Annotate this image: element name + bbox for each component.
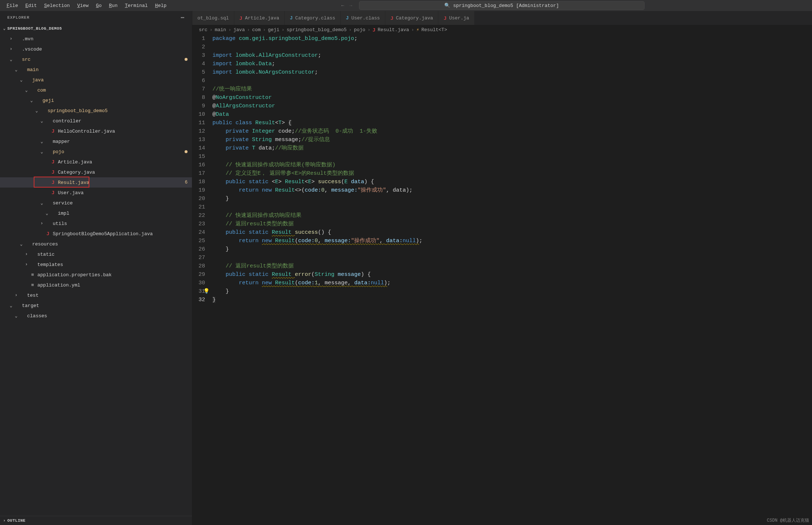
forward-icon[interactable]: → [349,3,352,8]
tree-item-static[interactable]: ›static [0,249,192,259]
main: EXPLORER ⋯ ⌄ SPRINGBOOT_BLOG_DEMO5 ›.mvn… [0,11,812,525]
breadcrumb-segment[interactable]: com [252,27,260,33]
menu-selection[interactable]: Selection [40,3,73,8]
code-line[interactable]: } [212,296,812,304]
code-line[interactable]: // 定义泛型E， 返回带参<E>的Result类型的数据 [212,169,812,178]
chevron-right-icon: › [411,27,414,33]
lightbulb-icon[interactable]: 💡 [203,287,210,296]
tree-item-hellocontroller-java[interactable]: JHelloController.java [0,126,192,136]
tree-item-src[interactable]: ⌄src [0,54,192,64]
editor-tabs: ot_blog.sqlJArticle.javaJCategory.classJ… [192,11,812,25]
tree-item-target[interactable]: ⌄target [0,300,192,311]
code-line[interactable]: import lombok.Data; [212,60,812,68]
code-line[interactable]: } [212,195,812,203]
tree-item-application-properties-bak[interactable]: ≡application.properties.bak [0,270,192,280]
project-section-header[interactable]: ⌄ SPRINGBOOT_BLOG_DEMO5 [0,24,192,33]
code-line[interactable]: import lombok.AllArgsConstructor; [212,51,812,60]
tab-category-java[interactable]: JCategory.java [385,11,438,25]
code-editor[interactable]: 1234567891011121314151617181920212223242… [192,34,812,525]
breadcrumb-segment[interactable]: src [199,27,207,33]
tree-item-controller[interactable]: ⌄controller [0,116,192,126]
code-line[interactable]: } [212,245,812,254]
tree-item-article-java[interactable]: JArticle.java [0,157,192,167]
code-line[interactable]: @AllArgsConstructor [212,102,812,110]
breadcrumb-segment[interactable]: geji [268,27,279,33]
code-line[interactable]: @Data [212,110,812,119]
code-line[interactable]: return new Result<>(code:0, message:"操作成… [212,186,812,195]
code-line[interactable]: 💡 } [212,287,812,296]
code-lines[interactable]: package com.geji.springboot_blog_demo5.p… [212,34,812,525]
breadcrumb-segment[interactable]: java [233,27,245,33]
tree-item-main[interactable]: ⌄main [0,64,192,75]
java-file-icon: J [390,15,393,21]
code-line[interactable]: public static Result success() { [212,228,812,237]
code-line[interactable]: package com.geji.springboot_blog_demo5.p… [212,34,812,43]
code-line[interactable]: import lombok.NoArgsConstructor; [212,68,812,77]
tree-item-result-java[interactable]: JResult.java6 [0,177,192,188]
code-line[interactable]: return new Result(code:0, message:"操作成功"… [212,237,812,245]
breadcrumb-segment[interactable]: springboot_blog_demo5 [287,27,347,33]
tree-item-classes[interactable]: ⌄classes [0,311,192,321]
tree-item-pojo[interactable]: ⌄pojo [0,147,192,157]
tree-item-test[interactable]: ›test [0,290,192,300]
nav-arrows: ← → [335,3,359,8]
tree-item--vscode[interactable]: ›.vscode [0,44,192,54]
code-line[interactable]: public static Result error(String messag… [212,270,812,279]
tree-item-springbootblogdemo5application-java[interactable]: JSpringbootBlogDemo5Application.java [0,229,192,239]
outline-section-header[interactable]: › OUTLINE [0,516,192,525]
command-center[interactable]: 🔍 springboot_blog_demo5 [Administrator] [359,1,645,10]
tab-category-class[interactable]: JCategory.class [285,11,341,25]
back-icon[interactable]: ← [341,3,344,8]
tab-ot-blog-sql[interactable]: ot_blog.sql [192,11,234,25]
tree-label: Article.java [58,159,92,165]
code-line[interactable] [212,43,812,51]
code-line[interactable]: // 快速返回操作成功响应结果 [212,211,812,220]
code-line[interactable]: return new Result(code:1, message, data:… [212,279,812,287]
code-line[interactable] [212,203,812,211]
tree-item-mapper[interactable]: ⌄mapper [0,136,192,147]
code-line[interactable] [212,77,812,85]
menu-terminal[interactable]: Terminal [121,3,151,8]
tree-item-service[interactable]: ⌄service [0,198,192,208]
code-line[interactable] [212,152,812,161]
tree-item-utils[interactable]: ›utils [0,218,192,229]
tree-item-com[interactable]: ⌄com [0,85,192,95]
menu-view[interactable]: View [74,3,92,8]
tree-item-application-yml[interactable]: ≡application.yml [0,280,192,290]
code-line[interactable]: @NoArgsConstructor [212,93,812,102]
breadcrumb-segment[interactable]: Result.java [378,27,409,33]
menu-help[interactable]: Help [151,3,170,8]
line-number: 16 [192,161,205,169]
breadcrumb[interactable]: src›main›java›com›geji›springboot_blog_d… [192,25,812,34]
code-line[interactable]: public static <E> Result<E> success(E da… [212,178,812,186]
tree-item-impl[interactable]: ⌄impl [0,208,192,218]
code-line[interactable]: private String message;//提示信息 [212,136,812,144]
code-line[interactable]: // 返回result类型的数据 [212,220,812,228]
tree-item-geji[interactable]: ⌄geji [0,95,192,106]
menu-run[interactable]: Run [105,3,121,8]
tab-article-java[interactable]: JArticle.java [234,11,285,25]
tab-user-ja[interactable]: JUser.ja [438,11,474,25]
code-line[interactable] [212,254,812,262]
tree-item-springboot-blog-demo5[interactable]: ⌄springboot_blog_demo5 [0,106,192,116]
breadcrumb-segment[interactable]: Result<T> [422,27,447,33]
tree-item-user-java[interactable]: JUser.java [0,188,192,198]
tree-item--mvn[interactable]: ›.mvn [0,34,192,44]
tree-item-java[interactable]: ⌄java [0,75,192,85]
menu-file[interactable]: File [3,3,22,8]
tree-item-category-java[interactable]: JCategory.java [0,167,192,177]
code-line[interactable]: public class Result<T> { [212,119,812,127]
menu-edit[interactable]: Edit [22,3,40,8]
breadcrumb-segment[interactable]: pojo [354,27,365,33]
code-line[interactable]: private T data;//响应数据 [212,144,812,152]
code-line[interactable]: //统一响应结果 [212,85,812,93]
breadcrumb-segment[interactable]: main [215,27,226,33]
tree-item-resources[interactable]: ⌄resources [0,239,192,249]
more-icon[interactable]: ⋯ [181,14,185,21]
code-line[interactable]: private Integer code;//业务状态码 0-成功 1-失败 [212,127,812,136]
tree-item-templates[interactable]: ›templates [0,259,192,270]
code-line[interactable]: // 返回result类型的数据 [212,262,812,270]
menu-go[interactable]: Go [92,3,105,8]
tab-user-class[interactable]: JUser.class [341,11,385,25]
code-line[interactable]: // 快速返回操作成功响应结果(带响应数据) [212,161,812,169]
